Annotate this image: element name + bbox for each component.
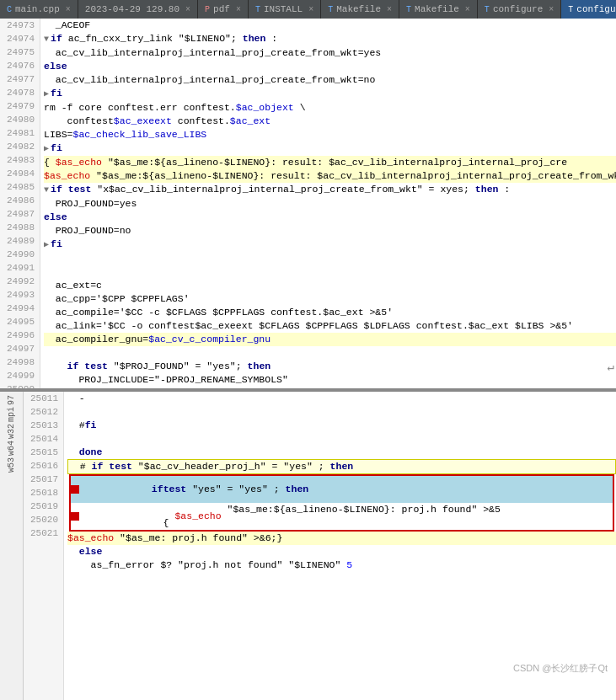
- code-line: [67, 432, 616, 446]
- top-pane: 24973 24974 24975 24976 24977 24978 2497…: [0, 19, 616, 392]
- tab-pdf[interactable]: P pdf ×: [198, 0, 249, 19]
- code-line: ac_cpp='$CPP $CPPFLAGS': [44, 292, 616, 306]
- line-numbers-bottom: 25011 25012 25013 25014 25015 25016 2501…: [24, 392, 64, 700]
- label-w32[interactable]: w32: [7, 424, 16, 439]
- code-line: ▼if ac_fn_cxx_try_link "$LINENO"; then :: [44, 32, 616, 46]
- code-line: rm -f core conftest.err conftest.$ac_obj…: [44, 101, 616, 115]
- code-line: LIBS=$ac_check_lib_save_LIBS: [44, 128, 616, 142]
- label-mpi[interactable]: mpi: [7, 407, 16, 422]
- code-line: [44, 265, 616, 279]
- code-line: else: [44, 60, 616, 73]
- code-line: else: [44, 211, 616, 224]
- code-line: [67, 405, 616, 419]
- code-line: PROJ_INCLUDE="-DPROJ_RENAME_SYMBOLS": [44, 373, 616, 387]
- code-line: conftest$ac_exeext conftest.$ac_ext: [44, 115, 616, 128]
- tab-configure2[interactable]: T configure ×: [561, 0, 616, 19]
- side-labels: 97 mpi w32 w64 w53: [0, 392, 24, 700]
- code-line: ▼if test "x$ac_cv_lib_internalproj_inter…: [44, 183, 616, 197]
- tab-makefile1[interactable]: T Makefile ×: [321, 0, 399, 19]
- code-line: $as_echo "$as_me:${as_lineno-$LINENO}: r…: [44, 169, 616, 183]
- label-w53[interactable]: w53: [7, 457, 16, 473]
- code-line: ac_cv_lib_internalproj_internal_proj_cre…: [44, 46, 616, 60]
- code-line: PROJ_FOUND=yes: [44, 197, 616, 211]
- tab-main-cpp[interactable]: C main.cpp ×: [0, 0, 78, 19]
- code-line: ▶fi: [44, 142, 616, 156]
- line-numbers-top: 24973 24974 24975 24976 24977 24978 2497…: [0, 19, 40, 388]
- code-line-25017: if test "yes" = "yes" ; then: [71, 476, 613, 503]
- watermark: CSDN @长沙红膀子Qt: [513, 662, 608, 675]
- code-line: ac_compile='$CC -c $CFLAGS $CPPFLAGS con…: [44, 306, 616, 319]
- code-area-bottom[interactable]: - #fi done # if test "$ac_cv_header_proj…: [64, 392, 616, 700]
- code-line: ac_link='$CC -o conftest$ac_exeext $CFLA…: [44, 319, 616, 333]
- tab-makefile2[interactable]: T Makefile ×: [399, 0, 478, 19]
- code-line: -: [67, 392, 616, 405]
- label-w64[interactable]: w64: [7, 441, 16, 456]
- code-line: $as_echo "$as_me: proj.h found" >&6;}: [67, 532, 616, 545]
- error-marker-25018: [71, 512, 79, 521]
- code-line: [44, 252, 616, 265]
- code-line-25018: { $as_echo "$as_me:${as_lineno-$LINENO}:…: [71, 503, 613, 530]
- code-line: if test "$PROJ_FOUND" = "yes"; then: [44, 360, 616, 373]
- code-line: ac_compiler_gnu=$ac_cv_c_compiler_gnu: [44, 333, 616, 346]
- code-line: { $as_echo "$as_me:${as_lineno-$LINENO}:…: [44, 156, 616, 169]
- code-line: ▶fi: [44, 238, 616, 252]
- code-line: #fi: [67, 419, 616, 432]
- code-line: # if test "$ac_cv_header_proj_h" = "yes"…: [67, 459, 616, 474]
- tab-install[interactable]: T INSTALL ×: [249, 0, 321, 19]
- code-line: fi: [44, 387, 616, 388]
- code-line: _ACEOF: [44, 19, 616, 32]
- code-line: else: [67, 545, 616, 558]
- tab-configure1[interactable]: T configure ×: [478, 0, 561, 19]
- code-line: as_fn_error $? "proj.h not found" "$LINE…: [67, 558, 616, 572]
- code-line: ac_ext=c: [44, 279, 616, 292]
- code-area-top[interactable]: _ACEOF ▼if ac_fn_cxx_try_link "$LINENO";…: [40, 19, 616, 388]
- tab-date[interactable]: 2023-04-29 129.80 ×: [78, 0, 198, 19]
- code-line: done: [67, 446, 616, 459]
- error-marker-25017: [71, 485, 79, 494]
- code-line: [44, 346, 616, 360]
- scroll-right-indicator: ↵: [608, 360, 614, 374]
- code-line: PROJ_FOUND=no: [44, 224, 616, 238]
- tab-bar: C main.cpp × 2023-04-29 129.80 × P pdf ×…: [0, 0, 616, 19]
- code-line: ac_cv_lib_internalproj_internal_proj_cre…: [44, 73, 616, 87]
- code-line: ▶fi: [44, 87, 616, 101]
- bottom-pane: 97 mpi w32 w64 w53 25011 25012 25013 250…: [0, 392, 616, 700]
- label-97[interactable]: 97: [7, 395, 16, 405]
